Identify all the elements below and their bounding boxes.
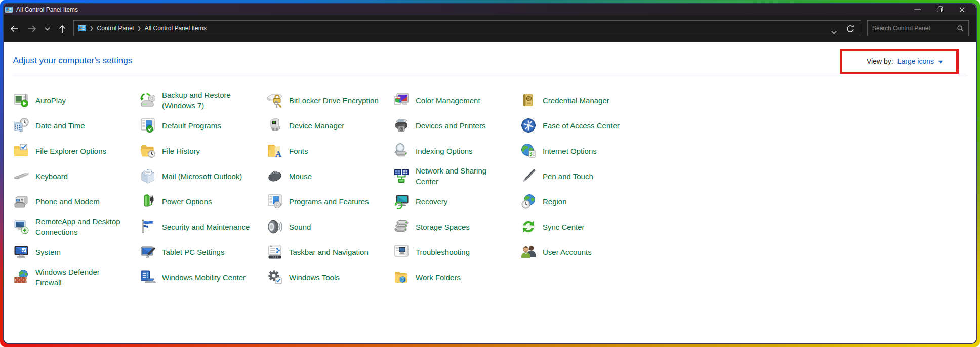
svg-text:A: A <box>275 149 282 159</box>
